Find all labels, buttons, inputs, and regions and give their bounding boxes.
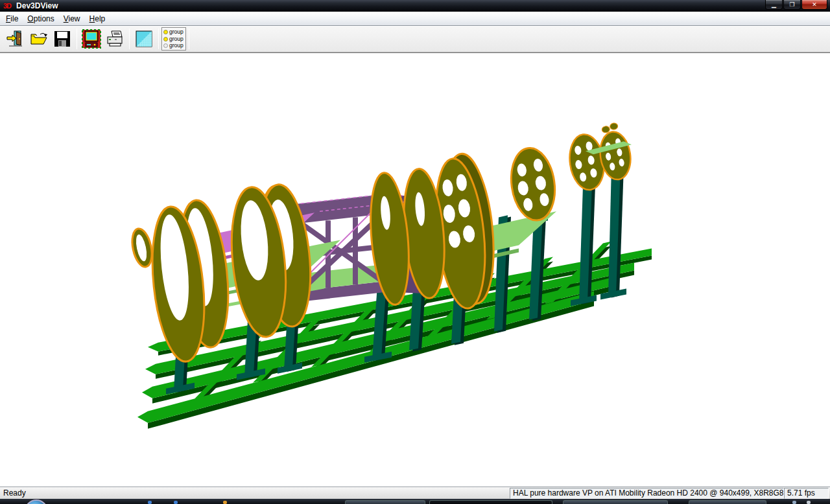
taskbar-button[interactable] xyxy=(429,500,552,504)
menu-view[interactable]: View xyxy=(59,13,85,25)
close-button[interactable]: ✕ xyxy=(801,0,827,10)
background-color-icon xyxy=(135,30,153,48)
groups-panel: group group group xyxy=(161,27,186,51)
windows-taskbar xyxy=(0,499,830,504)
viewport-3d[interactable] xyxy=(0,52,830,487)
group-row[interactable]: group xyxy=(163,36,184,42)
taskbar-button[interactable] xyxy=(689,500,766,504)
start-button[interactable] xyxy=(25,499,48,504)
exit-button[interactable] xyxy=(4,27,27,51)
toolbar-separator xyxy=(129,29,130,49)
model-jig-assembly xyxy=(0,53,830,487)
group-row[interactable]: group xyxy=(163,29,184,36)
display-settings-button[interactable] xyxy=(80,27,103,51)
menu-file[interactable]: File xyxy=(1,13,23,25)
open-folder-icon xyxy=(29,29,49,49)
toolbar: group group group xyxy=(0,26,830,52)
tray-icon[interactable] xyxy=(792,501,796,504)
quicklaunch-icon[interactable] xyxy=(148,501,152,504)
window-title: Dev3DView xyxy=(16,1,58,10)
menu-options[interactable]: Options xyxy=(23,13,58,25)
bulb-icon xyxy=(163,43,168,48)
bulb-icon xyxy=(163,30,168,34)
save-icon xyxy=(53,29,72,49)
quicklaunch-icon[interactable] xyxy=(223,501,227,504)
taskbar-button[interactable] xyxy=(345,500,425,504)
background-color-button[interactable] xyxy=(132,27,156,51)
display-settings-icon xyxy=(82,29,101,49)
toolbar-separator xyxy=(158,29,159,49)
quicklaunch-icon[interactable] xyxy=(174,501,178,504)
toolbar-separator xyxy=(77,29,77,49)
open-button[interactable] xyxy=(27,27,51,51)
menu-bar: File Options View Help xyxy=(0,12,830,26)
menu-help[interactable]: Help xyxy=(85,13,110,25)
toolbar-separator xyxy=(189,29,189,49)
status-ready: Ready xyxy=(0,488,26,498)
save-button[interactable] xyxy=(51,27,74,51)
app-window: 3D Dev3DView ▁ ❐ ✕ File Options View Hel… xyxy=(0,0,830,504)
title-bar[interactable]: 3D Dev3DView ▁ ❐ ✕ xyxy=(0,0,830,12)
print-button[interactable] xyxy=(103,27,126,51)
status-bar: Ready HAL pure hardware VP on ATI Mobili… xyxy=(0,487,830,499)
exit-icon xyxy=(6,29,25,49)
restore-button[interactable]: ❐ xyxy=(783,0,801,10)
app-icon: 3D xyxy=(3,2,11,10)
tray-icon[interactable] xyxy=(807,501,811,504)
print-icon xyxy=(105,29,124,49)
status-renderer: HAL pure hardware VP on ATI Mobility Rad… xyxy=(510,488,784,499)
group-row[interactable]: group xyxy=(163,43,184,49)
taskbar-button[interactable] xyxy=(563,500,668,504)
bulb-icon xyxy=(163,37,168,41)
status-fps: 5.71 fps xyxy=(784,488,829,499)
minimize-button[interactable]: ▁ xyxy=(765,0,783,10)
ring-former xyxy=(129,227,155,269)
